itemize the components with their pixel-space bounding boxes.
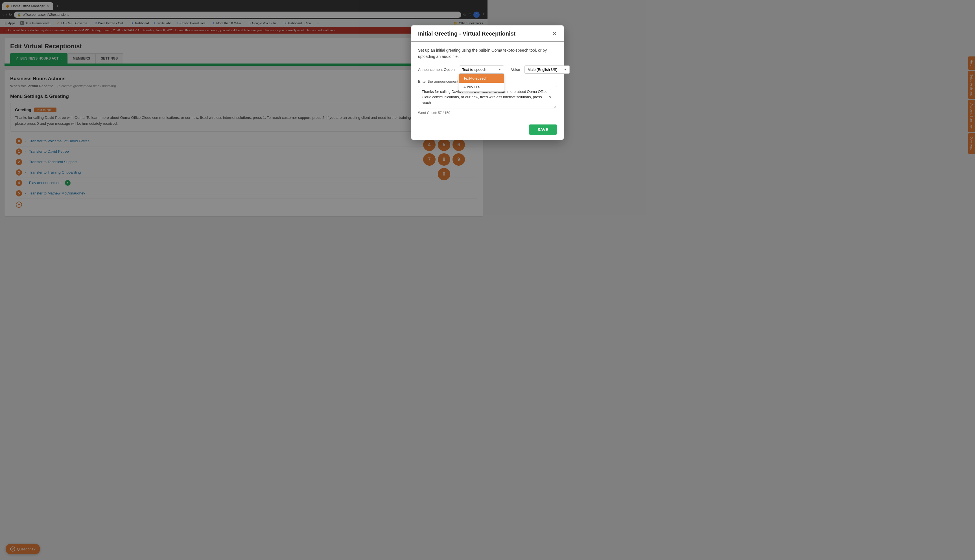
- dropdown-option-audio[interactable]: Audio File: [459, 83, 488, 92]
- modal: Initial Greeting - Virtual Receptionist …: [411, 25, 488, 140]
- word-count: Word Count: 57 / 150: [418, 111, 488, 115]
- modal-description: Set up an initial greeting using the bui…: [418, 47, 488, 60]
- modal-title: Initial Greeting - Virtual Receptionist: [418, 30, 488, 37]
- announcement-option-select[interactable]: Text-to-speech ▼: [459, 65, 488, 74]
- dropdown-option-tts[interactable]: Text-to-speech: [459, 74, 488, 83]
- announcement-dropdown-menu: Text-to-speech Audio File: [459, 74, 488, 92]
- announcement-option-row: Announcement Option Text-to-speech ▼ Tex…: [418, 65, 488, 74]
- announcement-option-value: Text-to-speech: [462, 67, 486, 72]
- announcement-option-select-wrapper: Text-to-speech ▼ Text-to-speech Audio Fi…: [459, 65, 488, 74]
- modal-header: Initial Greeting - Virtual Receptionist …: [411, 25, 488, 42]
- modal-body: Set up an initial greeting using the bui…: [411, 42, 488, 120]
- announcement-label: Announcement Option: [418, 67, 455, 72]
- modal-footer: SAVE: [411, 120, 488, 140]
